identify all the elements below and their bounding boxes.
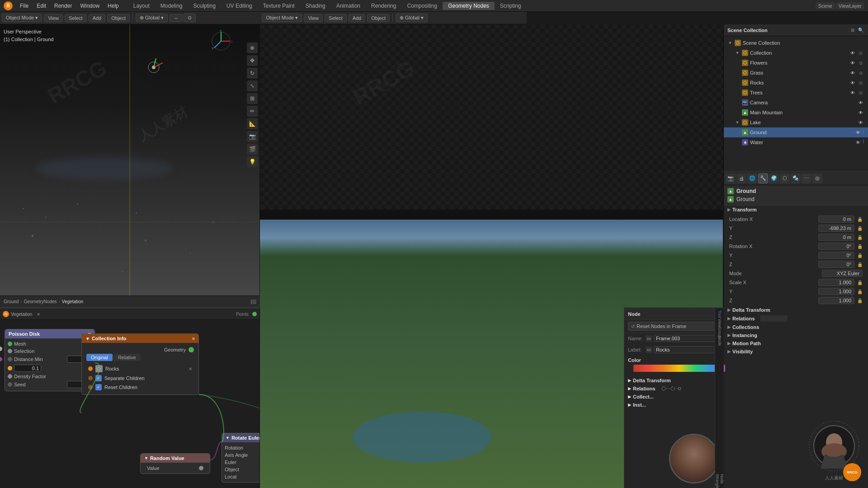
prop-icon-modifier[interactable]: 🔩 [791,174,801,183]
tree-grass[interactable]: ⬡ Grass 👁 ⊙ [724,68,868,78]
flowers-eye-icon[interactable]: 👁 [849,59,856,66]
annotate-icon[interactable]: ✏ [247,106,258,117]
loc-x-value[interactable]: 0 m [818,216,854,223]
density-value-field[interactable]: 0.1 [14,365,41,372]
tab-sculpting[interactable]: Sculpting [188,2,221,10]
ci-separate-checkbox[interactable]: ✓ [95,375,102,381]
scale-y-value[interactable]: 1.000 [818,288,854,295]
tree-flowers[interactable]: ⬡ Flowers 👁 ⊙ [724,58,868,68]
flowers-render-icon[interactable]: ⊙ [857,59,864,66]
scale-icon[interactable]: ⤡ [247,80,258,91]
rot-z-value[interactable]: 0° [818,261,854,268]
motion-path-section[interactable]: ▶ Motion Path [724,339,868,347]
measure-icon[interactable]: 📐 [247,118,258,129]
node-editor-close-icon[interactable]: ✕ [36,312,41,317]
grass-render-icon[interactable]: ⊙ [857,69,864,76]
node-label-value[interactable]: Rocks [654,346,720,353]
render-select[interactable]: Select [325,14,347,22]
rocks-eye-icon[interactable]: 👁 [849,79,856,86]
tree-water[interactable]: ◈ Water 👁 ⟩ [724,137,868,147]
add-btn[interactable]: Add [89,14,106,22]
scene-selector[interactable]: Scene [816,2,835,9]
menu-window[interactable]: Window [76,2,103,10]
mountain-eye-icon[interactable]: 👁 [857,109,864,116]
lamp-icon[interactable]: 💡 [247,156,258,167]
tree-ground[interactable]: ▲ Ground 👁 ⟩ [724,127,868,137]
instancing-section[interactable]: ▶ Instancing [724,331,868,339]
node-relations-section[interactable]: ▶ Relations [624,385,723,393]
collection-filter-icon[interactable]: ⊞ [850,27,855,33]
render-add[interactable]: Add [349,14,366,22]
prop-icon-object[interactable]: ⬡ [780,174,790,183]
transform-icons[interactable]: ↔ [170,14,183,22]
rotate-collapse-icon[interactable]: ▼ [226,436,230,440]
node-type-btn[interactable]: Vegetation [11,312,32,317]
ci-collapse-icon[interactable]: ▼ [85,336,90,341]
node-delta-section[interactable]: ▶ Delta Transform [624,376,723,385]
scale-z-lock[interactable]: 🔒 [857,298,863,303]
breadcrumb-geonodes[interactable]: GeometryNodes [24,299,57,304]
tab-shading[interactable]: Shading [300,2,331,10]
ci-reset-checkbox[interactable]: ✓ [95,384,102,390]
breadcrumb-vegetation[interactable]: Vegetation [62,299,83,304]
prop-icon-render[interactable]: 📷 [726,174,736,183]
trees-render-icon[interactable]: ⊙ [857,89,864,96]
prop-icon-world[interactable]: 🌍 [769,174,779,183]
node-side-group-icon[interactable]: Group [716,328,724,336]
tree-root-scene[interactable]: ▼ ⬡ Scene Collection [724,38,868,48]
tab-uv[interactable]: UV Editing [221,2,258,10]
scale-x-value[interactable]: 1.000 [818,279,854,286]
vis-render-icon[interactable]: ⊙ [857,49,864,56]
trees-eye-icon[interactable]: 👁 [849,89,856,96]
ci-tab-relative[interactable]: Relative [113,354,141,361]
relations-section[interactable]: ▶ Relations [724,314,868,323]
rot-y-lock[interactable]: 🔒 [857,253,863,258]
node-side-node-icon[interactable]: Node [716,337,724,345]
node-side-view-icon[interactable]: View [716,319,724,327]
node-instancing-section[interactable]: ▶ Inst... [624,401,723,409]
tree-trees[interactable]: ⬡ Trees 👁 ⊙ [724,88,868,98]
rot-x-lock[interactable]: 🔒 [857,244,863,249]
scale-x-lock[interactable]: 🔒 [857,280,863,285]
breadcrumb-ground[interactable]: Ground [4,299,19,304]
tab-texture[interactable]: Texture Paint [258,2,300,10]
tab-scripting[interactable]: Scripting [495,2,527,10]
move-icon[interactable]: ✥ [247,55,258,66]
scale-y-lock[interactable]: 🔒 [857,289,863,294]
menu-render[interactable]: Render [51,2,75,10]
transform-global-btn[interactable]: ⊕ Global ▾ [136,14,168,22]
tab-geometry-nodes[interactable]: Geometry Nodes [443,2,495,10]
tab-modeling[interactable]: Modeling [155,2,188,10]
rotate-icon[interactable]: ↻ [247,68,258,79]
tree-rocks[interactable]: ⬡ Rocks 👁 ⊙ [724,78,868,88]
render-object[interactable]: Object [367,14,390,22]
tab-compositing[interactable]: Compositing [401,2,443,10]
rot-x-value[interactable]: 0° [818,243,854,250]
tree-camera[interactable]: 📷 Camera 👁 [724,98,868,108]
viewlayer-selector[interactable]: ViewLayer [836,2,864,9]
loc-z-lock[interactable]: 🔒 [857,235,863,240]
transform-icon[interactable]: ⊞ [247,93,258,104]
node-side-tool-icon[interactable]: Tool [716,310,724,318]
water-eye-icon[interactable]: 👁 [854,139,862,146]
camera-place-icon[interactable]: 📷 [247,131,258,142]
rot-mode-value[interactable]: XYZ Euler [822,270,863,277]
tab-layout[interactable]: Layout [128,2,155,10]
tab-rendering[interactable]: Rendering [366,2,401,10]
lake-eye-icon[interactable]: 👁 [857,119,864,126]
prop-icon-output[interactable]: 🖨 [736,174,746,183]
tab-animation[interactable]: Animation [331,2,366,10]
collections-section[interactable]: ▶ Collections [724,323,868,331]
tree-lake[interactable]: ▼ ⬡ Lake 👁 [724,117,868,127]
render-global[interactable]: ⊕ Global ▾ [396,14,428,22]
prop-icon-view[interactable]: 🌐 [747,174,757,183]
render-object-mode[interactable]: Object Mode ▾ [262,14,302,22]
select-btn[interactable]: Select [65,14,87,22]
reset-nodes-btn[interactable]: ↺ Reset Nodes in Frame [628,322,720,331]
ground-eye-icon[interactable]: 👁 [854,129,862,136]
rot-z-lock[interactable]: 🔒 [857,262,863,267]
tree-collection[interactable]: ▼ ⬡ Collection 👁 ⊙ [724,48,868,58]
menu-help[interactable]: Help [104,2,123,10]
prop-icon-scene[interactable]: 🔧 [758,174,768,183]
grass-eye-icon[interactable]: 👁 [849,69,856,76]
